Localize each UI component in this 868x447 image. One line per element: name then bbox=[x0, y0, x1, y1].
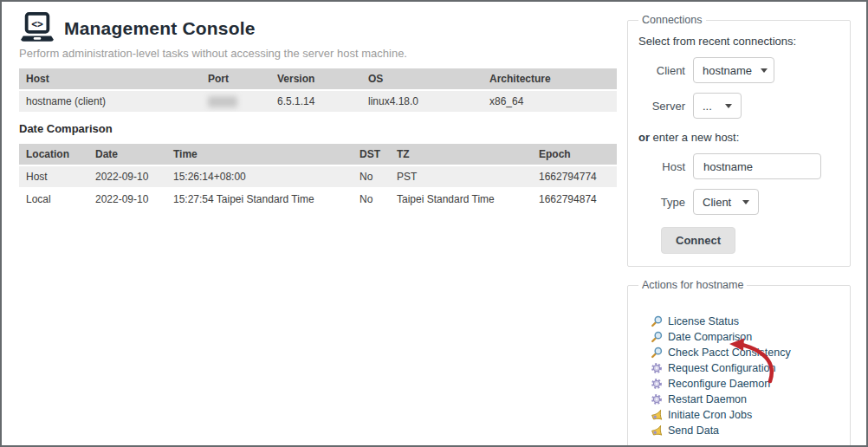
cell-os: linux4.18.0 bbox=[361, 91, 483, 112]
action-request-configuration[interactable]: Request Configuration bbox=[651, 360, 841, 376]
or-bold: or bbox=[638, 131, 650, 144]
page-title: Management Console bbox=[64, 18, 256, 39]
cell-host: hostname (client) bbox=[19, 91, 201, 112]
cell-dst: No bbox=[353, 166, 390, 187]
actions-list: License Status Date Comparison Check Pac… bbox=[651, 314, 841, 438]
cell-date: 2022-09-10 bbox=[88, 166, 166, 187]
type-row: Type Client bbox=[637, 189, 841, 215]
action-license-status[interactable]: License Status bbox=[651, 314, 841, 329]
laptop-code-icon: <> bbox=[19, 12, 55, 45]
host-row: Host bbox=[637, 153, 841, 179]
cell-port bbox=[201, 91, 270, 112]
or-rest: enter a new host: bbox=[650, 131, 739, 144]
action-label: Send Data bbox=[668, 424, 719, 437]
cell-location: Local bbox=[19, 189, 88, 210]
type-select-value: Client bbox=[703, 196, 731, 209]
magnifier-icon bbox=[651, 315, 663, 327]
cell-date: 2022-09-10 bbox=[88, 189, 166, 210]
caret-down-icon bbox=[725, 104, 732, 108]
action-check-pacct-consistency[interactable]: Check Pacct Consistency bbox=[651, 345, 841, 360]
side-panel: Connections Select from recent connectio… bbox=[627, 14, 851, 447]
date-comparison-table: Location Date Time DST TZ Epoch Host 202… bbox=[19, 144, 617, 210]
cell-time: 15:26:14+08:00 bbox=[166, 166, 353, 187]
recent-connections-label: Select from recent connections: bbox=[638, 35, 841, 48]
connect-button[interactable]: Connect bbox=[661, 227, 735, 254]
main-content: <> Management Console Perform administra… bbox=[19, 12, 617, 211]
client-select-value: hostname bbox=[703, 64, 752, 77]
type-select[interactable]: Client bbox=[693, 189, 759, 215]
action-initiate-cron-jobs[interactable]: Initiate Cron Jobs bbox=[651, 407, 841, 423]
action-label: Reconfigure Daemon bbox=[668, 378, 770, 390]
date-row-local: Local 2022-09-10 15:27:54 Taipei Standar… bbox=[19, 189, 617, 210]
action-reconfigure-daemon[interactable]: Reconfigure Daemon bbox=[651, 376, 841, 392]
host-info-table: Host Port Version OS Architecture hostna… bbox=[19, 68, 617, 112]
management-console-window: <> Management Console Perform administra… bbox=[0, 0, 868, 447]
server-row: Server ... bbox=[637, 93, 841, 119]
client-select[interactable]: hostname bbox=[693, 57, 774, 83]
connections-legend: Connections bbox=[638, 14, 706, 26]
col-version: Version bbox=[270, 68, 361, 89]
svg-text:<>: <> bbox=[31, 18, 43, 30]
host-input[interactable] bbox=[693, 153, 821, 179]
page-subtitle: Perform administration-level tasks witho… bbox=[19, 47, 617, 60]
host-label: Host bbox=[637, 160, 685, 173]
gear-icon bbox=[651, 378, 663, 390]
horn-icon bbox=[651, 409, 663, 421]
actions-panel: Actions for hostname License Status Date… bbox=[627, 279, 851, 447]
date-comparison-heading: Date Comparison bbox=[19, 122, 617, 135]
server-label: Server bbox=[637, 100, 685, 113]
redacted-port-blur bbox=[208, 96, 237, 107]
page-header: <> Management Console bbox=[19, 12, 617, 45]
col-time: Time bbox=[166, 144, 353, 165]
col-location: Location bbox=[19, 144, 88, 165]
cell-location: Host bbox=[19, 166, 88, 187]
action-date-comparison[interactable]: Date Comparison bbox=[651, 329, 841, 345]
actions-legend: Actions for hostname bbox=[638, 279, 747, 291]
col-date: Date bbox=[88, 144, 166, 165]
new-host-label: or enter a new host: bbox=[638, 131, 841, 144]
col-tz: TZ bbox=[390, 144, 532, 165]
gear-icon bbox=[651, 393, 663, 405]
type-label: Type bbox=[637, 196, 685, 209]
client-row: Client hostname bbox=[637, 57, 841, 83]
horn-icon bbox=[651, 424, 663, 437]
date-row-host: Host 2022-09-10 15:26:14+08:00 No PST 16… bbox=[19, 166, 617, 187]
cell-tz: PST bbox=[390, 166, 532, 187]
col-dst: DST bbox=[353, 144, 390, 165]
cell-architecture: x86_64 bbox=[483, 91, 617, 112]
host-table-row: hostname (client) 6.5.1.14 linux4.18.0 x… bbox=[19, 91, 617, 112]
cell-epoch: 1662794774 bbox=[532, 166, 617, 187]
connections-panel: Connections Select from recent connectio… bbox=[627, 14, 851, 267]
server-select-value: ... bbox=[703, 100, 712, 113]
action-label: Request Configuration bbox=[668, 362, 775, 374]
action-label: License Status bbox=[668, 315, 739, 327]
client-label: Client bbox=[637, 64, 685, 77]
action-label: Restart Daemon bbox=[668, 393, 747, 405]
magnifier-icon bbox=[651, 347, 663, 359]
action-label: Date Comparison bbox=[668, 331, 752, 343]
cell-dst: No bbox=[353, 189, 390, 210]
col-port: Port bbox=[201, 68, 270, 89]
col-epoch: Epoch bbox=[532, 144, 617, 165]
action-label: Check Pacct Consistency bbox=[668, 347, 791, 359]
gear-icon bbox=[651, 362, 663, 374]
magnifier-icon bbox=[651, 331, 663, 343]
date-table-header: Location Date Time DST TZ Epoch bbox=[19, 144, 617, 165]
caret-down-icon bbox=[761, 68, 768, 73]
server-select[interactable]: ... bbox=[693, 93, 742, 119]
col-os: OS bbox=[361, 68, 483, 89]
caret-down-icon bbox=[742, 200, 749, 204]
host-table-header: Host Port Version OS Architecture bbox=[19, 68, 617, 89]
col-host: Host bbox=[19, 68, 201, 89]
action-restart-daemon[interactable]: Restart Daemon bbox=[651, 392, 841, 407]
cell-tz: Taipei Standard Time bbox=[390, 189, 532, 210]
cell-epoch: 1662794874 bbox=[532, 189, 617, 210]
cell-version: 6.5.1.14 bbox=[270, 91, 361, 112]
cell-time: 15:27:54 Taipei Standard Time bbox=[166, 189, 353, 210]
action-send-data[interactable]: Send Data bbox=[651, 423, 841, 438]
col-architecture: Architecture bbox=[483, 68, 617, 89]
action-label: Initiate Cron Jobs bbox=[668, 409, 752, 421]
